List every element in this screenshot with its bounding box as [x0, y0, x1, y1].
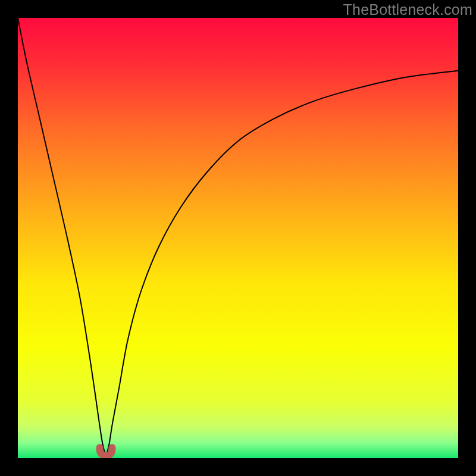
- curve-layer: [18, 18, 458, 458]
- chart-frame: TheBottleneck.com: [0, 0, 476, 476]
- min-marker: [100, 447, 112, 456]
- plot-area: [18, 18, 458, 458]
- watermark-text: TheBottleneck.com: [343, 1, 472, 18]
- bottleneck-curve: [18, 18, 458, 454]
